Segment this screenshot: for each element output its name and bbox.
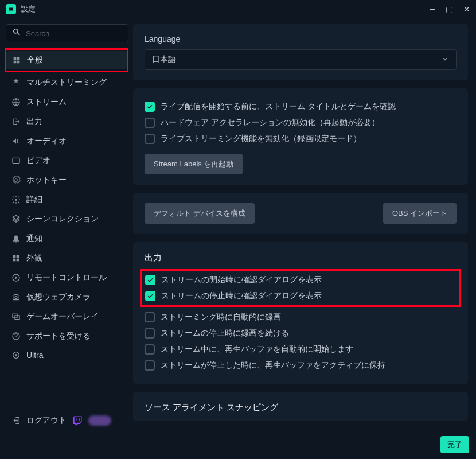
- checkbox[interactable]: [145, 312, 155, 322]
- check-keep-recording[interactable]: ストリームの停止時に録画を続ける: [145, 325, 457, 341]
- footer-row: ログアウト: [6, 411, 128, 430]
- sidebar: 全般 マルチストリーミング ストリーム 出力 オーディオ: [6, 24, 128, 430]
- checkbox[interactable]: [145, 118, 155, 128]
- nav-item-video[interactable]: ビデオ: [6, 151, 128, 170]
- check-disable-hw-accel[interactable]: ハードウェア アクセラレーションの無効化（再起動が必要）: [145, 115, 457, 131]
- nav-item-advanced[interactable]: 詳細: [6, 190, 128, 209]
- logout-icon: [11, 416, 21, 425]
- check-label: ストリームの停止時に確認ダイアログを表示: [161, 291, 322, 301]
- checkbox[interactable]: [145, 344, 155, 355]
- nav-label: オーディオ: [26, 136, 67, 146]
- search-icon: [12, 28, 21, 39]
- play-icon: [11, 273, 21, 282]
- check-confirm-stop[interactable]: ストリームの停止時に確認ダイアログを表示: [145, 288, 456, 304]
- appearance-icon: [11, 254, 21, 263]
- nav-label: ホットキー: [26, 175, 67, 185]
- svg-rect-0: [9, 8, 13, 11]
- check-confirm-start[interactable]: ストリームの開始時に確認ダイアログを表示: [145, 272, 456, 288]
- general-panel: ライブ配信を開始する前に、ストリーム タイトルとゲームを確認 ハードウェア アク…: [133, 88, 468, 185]
- nav-item-game-overlay[interactable]: ゲームオーバーレイ: [6, 308, 128, 326]
- checkbox[interactable]: [145, 328, 155, 339]
- ultra-icon: [11, 351, 21, 360]
- language-select[interactable]: 日本語: [145, 49, 457, 70]
- nav-item-scene-collection[interactable]: シーンコレクション: [6, 210, 128, 228]
- account-pill[interactable]: [88, 415, 111, 426]
- restart-stream-labels-button[interactable]: Stream Labels を再起動: [145, 154, 243, 174]
- checkbox[interactable]: [145, 275, 155, 285]
- check-label: ハードウェア アクセラレーションの無効化（再起動が必要）: [161, 118, 380, 128]
- nav-label: 外観: [26, 253, 42, 263]
- window-controls: ─ ▢ ✕: [430, 5, 470, 14]
- logout-button[interactable]: ログアウト: [26, 415, 67, 426]
- grid-icon: [12, 56, 21, 65]
- nav-label: サポートを受ける: [26, 331, 91, 341]
- check-auto-record[interactable]: ストリーミング時に自動的に録画: [145, 309, 457, 325]
- nav-item-support[interactable]: サポートを受ける: [6, 327, 128, 345]
- checkbox[interactable]: [145, 134, 155, 144]
- nav-item-appearance[interactable]: 外観: [6, 249, 128, 267]
- nav-item-hotkeys[interactable]: ホットキー: [6, 171, 128, 189]
- nav-item-notifications[interactable]: 通知: [6, 230, 128, 248]
- check-label: ストリームが停止した時に、再生バッファをアクティブに保持: [161, 360, 385, 371]
- svg-rect-5: [17, 255, 19, 258]
- chevron-down-icon: [441, 55, 449, 65]
- language-label: Language: [145, 34, 457, 44]
- svg-rect-6: [13, 259, 16, 262]
- search-input[interactable]: [26, 29, 122, 38]
- highlight-box-general: 全般: [5, 48, 128, 72]
- svg-point-14: [15, 354, 17, 356]
- checkbox[interactable]: [145, 360, 155, 371]
- nav-label: リモートコントロール: [26, 273, 107, 283]
- twitch-icon: [72, 415, 83, 426]
- nav-label: 詳細: [26, 195, 42, 205]
- globe-icon: [11, 98, 21, 107]
- help-icon: [11, 332, 21, 341]
- svg-rect-7: [17, 259, 19, 262]
- snapping-title: ソース アライメント スナッピング: [145, 402, 457, 413]
- bell-icon: [11, 234, 21, 243]
- window-title: 設定: [21, 4, 36, 14]
- checkbox[interactable]: [145, 291, 155, 301]
- language-value: 日本語: [152, 55, 176, 65]
- nav-label: 通知: [26, 234, 42, 244]
- check-label: ストリーミング時に自動的に録画: [161, 312, 281, 322]
- svg-rect-2: [13, 158, 19, 163]
- language-panel: Language 日本語: [133, 24, 468, 80]
- obs-import-button[interactable]: OBS インポート: [383, 203, 457, 224]
- done-button[interactable]: 完了: [440, 436, 469, 453]
- nav-item-ultra[interactable]: Ultra: [6, 347, 128, 364]
- nav-item-multistream[interactable]: マルチストリーミング: [6, 73, 128, 92]
- check-label: ライブストリーミング機能を無効化（録画限定モード）: [161, 134, 361, 144]
- search-box[interactable]: [6, 24, 128, 42]
- output-icon: [11, 117, 21, 126]
- checkbox[interactable]: [145, 102, 155, 112]
- nav-label: マルチストリーミング: [26, 77, 107, 88]
- configure-device-button[interactable]: デフォルト デバイスを構成: [145, 203, 255, 224]
- check-replay-buffer-keep[interactable]: ストリームが停止した時に、再生バッファをアクティブに保持: [145, 357, 457, 374]
- nav-item-output[interactable]: 出力: [6, 112, 128, 131]
- nav-label: ゲームオーバーレイ: [26, 312, 99, 322]
- video-icon: [11, 156, 21, 165]
- overlay-icon: [11, 312, 21, 321]
- nav-item-stream[interactable]: ストリーム: [6, 93, 128, 111]
- maximize-button[interactable]: ▢: [446, 5, 453, 14]
- nav-item-general[interactable]: 全般: [6, 51, 127, 69]
- nav-item-audio[interactable]: オーディオ: [6, 132, 128, 150]
- nav-label: 全般: [27, 55, 43, 65]
- check-disable-streaming[interactable]: ライブストリーミング機能を無効化（録画限定モード）: [145, 131, 457, 147]
- svg-point-3: [15, 199, 17, 201]
- minimize-button[interactable]: ─: [430, 5, 435, 14]
- nav-item-remote[interactable]: リモートコントロール: [6, 269, 128, 287]
- check-replay-buffer-start[interactable]: ストリーム中に、再生バッファを自動的に開始します: [145, 341, 457, 357]
- check-label: ライブ配信を開始する前に、ストリーム タイトルとゲームを確認: [161, 102, 396, 112]
- check-label: ストリーム中に、再生バッファを自動的に開始します: [161, 344, 353, 355]
- titlebar: 設定 ─ ▢ ✕: [0, 0, 476, 18]
- app-icon: [6, 4, 16, 14]
- close-button[interactable]: ✕: [463, 5, 470, 14]
- device-panel: デフォルト デバイスを構成 OBS インポート: [133, 193, 468, 234]
- bottom-bar: 完了: [0, 430, 476, 459]
- broadcast-icon: [11, 78, 21, 87]
- nav-item-virtual-cam[interactable]: 仮想ウェブカメラ: [6, 288, 128, 306]
- svg-rect-4: [13, 255, 16, 258]
- check-confirm-title[interactable]: ライブ配信を開始する前に、ストリーム タイトルとゲームを確認: [145, 99, 457, 115]
